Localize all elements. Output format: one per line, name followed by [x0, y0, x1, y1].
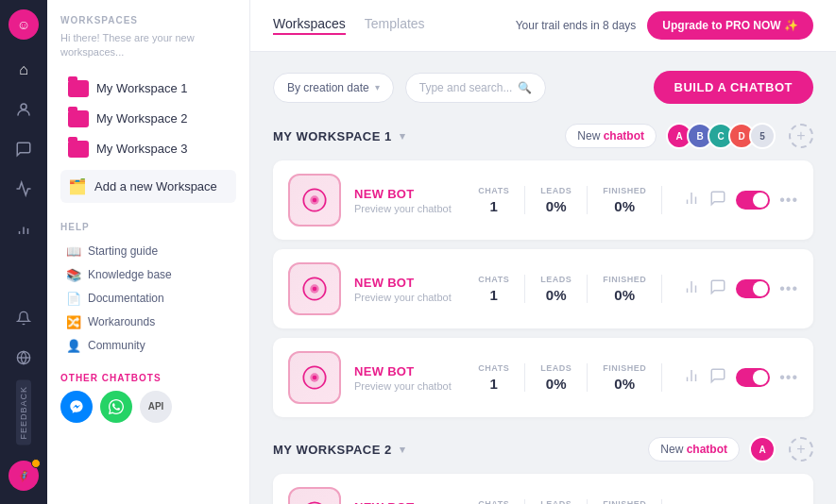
chat-bubble-icon[interactable]	[709, 278, 726, 299]
help-community[interactable]: 👤 Community	[60, 334, 236, 358]
nav-tabs: Workspaces Templates	[273, 16, 425, 35]
sidebar-item-workspace-2[interactable]: My Workspace 2	[60, 104, 236, 134]
globe-nav-icon[interactable]	[7, 341, 41, 375]
trial-text: Your trail ends in 8 days	[516, 19, 637, 32]
folder-icon	[68, 110, 89, 127]
megaphone-nav-icon[interactable]	[7, 172, 41, 206]
more-options-icon[interactable]: •••	[779, 280, 798, 297]
workspace-1-header: MY WORKSPACE 1 ▾ New chatbot A B C D 5 +	[273, 123, 813, 149]
bot-toggle[interactable]	[736, 191, 770, 210]
bot-stat-chats: CHATS 1	[478, 363, 525, 392]
bot-card: NEW BOT Preview your chatbot CHATS 1 LEA…	[273, 338, 813, 417]
bot-actions: •••	[683, 190, 798, 210]
bot-icon	[288, 487, 341, 504]
home-nav-icon[interactable]: ⌂	[7, 53, 41, 87]
user-avatar[interactable]: 🦸	[9, 461, 39, 491]
chart-nav-icon[interactable]	[7, 211, 41, 245]
sidebar-item-workspace-1[interactable]: My Workspace 1	[60, 74, 236, 104]
workaround-icon: 🔀	[66, 315, 81, 329]
workspace-2-title: MY WORKSPACE 2 ▾	[273, 443, 405, 457]
bell-nav-icon[interactable]	[7, 301, 41, 335]
filters-row: By creation date ▾ Type and search... 🔍 …	[273, 71, 813, 104]
chat-bubble-icon[interactable]	[709, 190, 726, 210]
starting-guide-label: Starting guide	[88, 244, 158, 258]
bot-desc: Preview your chatbot	[354, 380, 465, 392]
bot-stat-finished: FINISHED 0%	[588, 275, 662, 303]
other-chatbots-title: OTHER CHATBOTS	[60, 373, 236, 383]
workspace-2-new-chatbot-btn[interactable]: New chatbot	[648, 437, 740, 462]
bot-card: NEW BOT Preview your chatbot CHATS 1 LEA…	[273, 160, 813, 240]
community-icon: 👤	[66, 339, 81, 353]
bot-desc: Preview your chatbot	[354, 292, 465, 303]
workspace-section-1: MY WORKSPACE 1 ▾ New chatbot A B C D 5 +	[273, 123, 813, 417]
chats-label: CHATS	[478, 275, 509, 284]
add-workspace-button[interactable]: 🗂️ Add a new Workspace	[60, 170, 236, 203]
bot-desc: Preview your chatbot	[354, 203, 465, 214]
analytics-icon[interactable]	[683, 278, 700, 299]
workspace-2-title-text: MY WORKSPACE 2	[273, 443, 392, 457]
api-chatbot-btn[interactable]: API	[140, 391, 172, 423]
workspace-2-label: My Workspace 2	[96, 111, 188, 126]
workspace-3-label: My Workspace 3	[96, 142, 188, 156]
bot-icon	[288, 351, 341, 404]
workspace-1-add-member-btn[interactable]: +	[789, 124, 813, 148]
sort-filter[interactable]: By creation date ▾	[273, 73, 394, 103]
feedback-button[interactable]: FEEDBACK	[16, 380, 31, 445]
more-options-icon[interactable]: •••	[779, 192, 798, 209]
workspace-2-controls: New chatbot A +	[648, 436, 813, 462]
workspace-1-title-text: MY WORKSPACE 1	[273, 129, 392, 143]
tab-workspaces[interactable]: Workspaces	[273, 16, 346, 35]
help-documentation[interactable]: 📄 Documentation	[60, 287, 236, 311]
help-knowledge-base[interactable]: 📚 Knowledge base	[60, 263, 236, 287]
bots-nav-icon[interactable]	[7, 92, 41, 126]
sort-label: By creation date	[287, 81, 369, 94]
whatsapp-chatbot-btn[interactable]	[100, 391, 132, 423]
notification-badge	[31, 459, 41, 468]
bot-stat-leads: LEADS 0%	[525, 275, 588, 303]
workspace-section-2: MY WORKSPACE 2 ▾ New chatbot A + NEW BOT	[273, 436, 813, 504]
folder-icon	[68, 141, 89, 158]
tab-templates[interactable]: Templates	[365, 16, 425, 35]
workspace-1-controls: New chatbot A B C D 5 +	[565, 123, 813, 149]
bot-actions: •••	[683, 278, 798, 299]
workspace-2-header: MY WORKSPACE 2 ▾ New chatbot A +	[273, 436, 813, 462]
bot-toggle[interactable]	[736, 368, 770, 387]
leads-value: 0%	[540, 376, 572, 392]
messenger-chatbot-btn[interactable]	[60, 391, 93, 423]
upgrade-button[interactable]: Upgrade to PRO NOW ✨	[647, 11, 813, 40]
analytics-icon[interactable]	[683, 367, 700, 388]
chevron-down-icon: ▾	[375, 82, 380, 92]
help-starting-guide[interactable]: 📖 Starting guide	[60, 240, 236, 263]
leads-label: LEADS	[540, 275, 572, 284]
svg-point-5	[313, 198, 317, 203]
leads-label: LEADS	[540, 363, 572, 373]
documentation-label: Documentation	[88, 292, 164, 305]
workspace-2-avatar-group: A	[749, 436, 776, 462]
bot-stat-leads: LEADS 0%	[525, 499, 588, 504]
svg-point-17	[313, 376, 317, 380]
help-workarounds[interactable]: 🔀 Workarounds	[60, 311, 236, 334]
sidebar-item-workspace-3[interactable]: My Workspace 3	[60, 134, 236, 164]
chatbot-label: chatbot	[687, 443, 727, 456]
bot-stat-chats: CHATS 1	[478, 186, 525, 214]
bot-stat-finished: FINISHED 0%	[588, 186, 662, 214]
bot-toggle[interactable]	[736, 279, 770, 298]
analytics-icon[interactable]	[683, 190, 700, 210]
workspace-2-add-member-btn[interactable]: +	[789, 437, 813, 462]
workspaces-subtitle: Hi there! These are your new workspaces.…	[60, 31, 236, 60]
build-chatbot-button[interactable]: BUILD A CHATBOT	[654, 71, 813, 104]
chat-nav-icon[interactable]	[7, 132, 41, 166]
other-chatbots-section: OTHER CHATBOTS API	[60, 373, 236, 423]
chats-label: CHATS	[478, 186, 509, 195]
doc-icon: 📄	[66, 292, 81, 306]
workspace-1-new-chatbot-btn[interactable]: New chatbot	[565, 124, 657, 148]
app-logo[interactable]: ☺	[9, 9, 39, 40]
workspace-2-collapse-icon[interactable]: ▾	[400, 444, 406, 456]
chats-value: 1	[478, 198, 509, 214]
more-options-icon[interactable]: •••	[779, 369, 798, 386]
workarounds-label: Workarounds	[88, 315, 155, 328]
svg-point-11	[313, 287, 317, 292]
workspace-1-collapse-icon[interactable]: ▾	[400, 130, 406, 143]
search-box[interactable]: Type and search... 🔍	[405, 73, 547, 103]
chat-bubble-icon[interactable]	[709, 367, 726, 388]
